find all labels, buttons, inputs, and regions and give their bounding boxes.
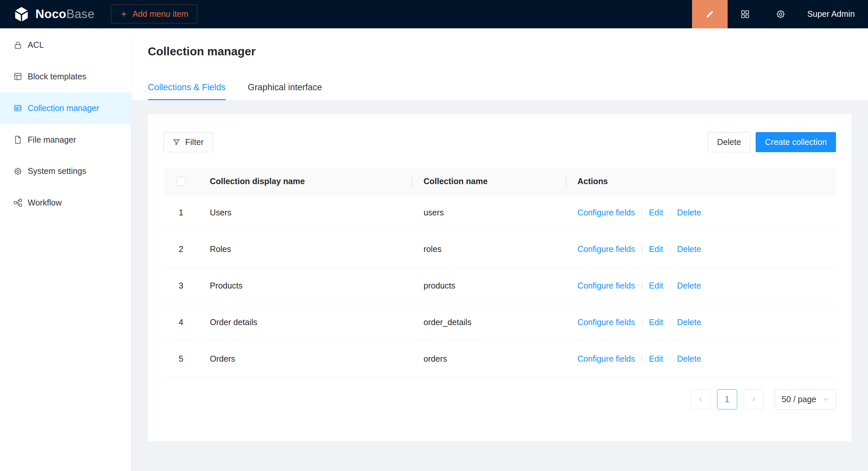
- action-divider: [642, 282, 642, 290]
- configure-fields-link[interactable]: Configure fields: [577, 317, 635, 327]
- row-index: 2: [163, 244, 199, 254]
- table-row: 5 Orders orders Configure fields Edit De…: [163, 341, 836, 377]
- edit-link[interactable]: Edit: [649, 317, 663, 327]
- page-size-value: 50 / page: [782, 395, 816, 404]
- select-all-checkbox[interactable]: [177, 177, 186, 186]
- action-divider: [642, 245, 642, 253]
- delete-button[interactable]: Delete: [708, 132, 750, 152]
- delete-link[interactable]: Delete: [677, 208, 701, 217]
- pagination: 1 50 / page: [163, 389, 836, 409]
- filter-button-label: Filter: [185, 137, 204, 147]
- row-index: 1: [163, 208, 199, 217]
- tab-bar: Collections & Fields Graphical interface: [148, 82, 851, 100]
- page-1-button[interactable]: 1: [717, 389, 737, 409]
- page-size-select[interactable]: 50 / page: [775, 389, 836, 409]
- chevron-down-icon: [823, 396, 829, 402]
- configure-fields-link[interactable]: Configure fields: [577, 281, 635, 291]
- user-menu[interactable]: Super Admin: [799, 9, 868, 19]
- edit-link[interactable]: Edit: [649, 244, 663, 254]
- sidebar-item-collection-manager[interactable]: Collection manager: [0, 93, 131, 124]
- table-toolbar: Filter Delete Create collection: [163, 132, 836, 152]
- row-index: 3: [163, 281, 199, 291]
- sidebar-item-block-templates[interactable]: Block templates: [0, 61, 131, 93]
- edit-link[interactable]: Edit: [649, 208, 663, 217]
- gear-icon: [775, 9, 786, 20]
- delete-link[interactable]: Delete: [677, 281, 701, 291]
- row-index: 4: [163, 317, 199, 327]
- plugins-button[interactable]: [727, 0, 763, 28]
- edit-link[interactable]: Edit: [649, 281, 663, 291]
- logo-text-bold: Noco: [36, 7, 67, 21]
- filter-funnel-icon: [172, 138, 181, 146]
- gear-icon: [13, 167, 23, 176]
- next-page-button[interactable]: [744, 389, 764, 409]
- page-title: Collection manager: [148, 45, 851, 58]
- action-divider: [670, 355, 671, 363]
- table-row: 1 Users users Configure fields Edit Dele…: [163, 195, 836, 231]
- configure-fields-link[interactable]: Configure fields: [577, 208, 635, 217]
- add-menu-item-button[interactable]: Add menu item: [111, 5, 197, 23]
- delete-link[interactable]: Delete: [677, 244, 701, 254]
- row-display-name: Roles: [199, 244, 412, 254]
- header-actions: Super Admin: [692, 0, 868, 28]
- action-divider: [670, 282, 671, 290]
- prev-page-button[interactable]: [691, 389, 711, 409]
- nocobase-logo-icon: [13, 6, 30, 23]
- create-collection-button[interactable]: Create collection: [756, 132, 836, 152]
- lock-icon: [13, 40, 23, 50]
- sidebar-item-label: System settings: [28, 166, 86, 176]
- collections-card: Filter Delete Create collection Collecti…: [148, 114, 851, 441]
- action-divider: [642, 355, 642, 363]
- sidebar-item-acl[interactable]: ACL: [0, 29, 131, 61]
- action-divider: [670, 209, 671, 217]
- sidebar-item-label: ACL: [28, 40, 44, 50]
- table-icon: [13, 103, 23, 113]
- ui-editor-button[interactable]: [692, 0, 727, 28]
- content-area: Filter Delete Create collection Collecti…: [131, 100, 868, 471]
- action-divider: [642, 209, 642, 217]
- sidebar-item-file-manager[interactable]: File manager: [0, 124, 131, 156]
- sidebar-item-workflow[interactable]: Workflow: [0, 187, 131, 219]
- configure-fields-link[interactable]: Configure fields: [577, 244, 635, 254]
- workflow-icon: [13, 198, 23, 207]
- row-display-name: Users: [199, 208, 412, 217]
- settings-sidebar: ACL Block templates Collection manager: [0, 28, 131, 471]
- row-collection-name: products: [412, 281, 566, 291]
- action-divider: [670, 318, 671, 327]
- column-header-display-name: Collection display name: [199, 176, 412, 186]
- sidebar-item-label: File manager: [28, 135, 76, 144]
- delete-link[interactable]: Delete: [677, 317, 701, 327]
- table-row: 3 Products products Configure fields Edi…: [163, 268, 836, 304]
- page-header: Collection manager Collections & Fields …: [131, 28, 868, 100]
- settings-button[interactable]: [763, 0, 799, 28]
- row-collection-name: users: [412, 208, 566, 217]
- sidebar-item-label: Collection manager: [28, 103, 99, 113]
- app-root: NocoBase Add menu item: [0, 0, 868, 471]
- tab-graphical-interface[interactable]: Graphical interface: [248, 82, 322, 100]
- configure-fields-link[interactable]: Configure fields: [577, 354, 635, 364]
- row-display-name: Products: [199, 281, 412, 291]
- row-display-name: Order details: [199, 317, 412, 327]
- table-header-row: Collection display name Collection name …: [163, 168, 836, 195]
- logo[interactable]: NocoBase: [13, 6, 95, 23]
- highlighter-icon: [705, 9, 715, 19]
- column-header-actions: Actions: [566, 176, 836, 186]
- row-collection-name: roles: [412, 244, 566, 254]
- filter-button[interactable]: Filter: [163, 132, 213, 152]
- grid-icon: [740, 9, 750, 19]
- table-row: 2 Roles roles Configure fields Edit Dele…: [163, 231, 836, 268]
- delete-button-label: Delete: [717, 137, 741, 147]
- delete-link[interactable]: Delete: [677, 354, 701, 364]
- row-collection-name: orders: [412, 354, 566, 364]
- edit-link[interactable]: Edit: [649, 354, 663, 364]
- plus-icon: [120, 10, 127, 18]
- sidebar-item-system-settings[interactable]: System settings: [0, 156, 131, 187]
- logo-text: NocoBase: [36, 7, 95, 21]
- collections-table: Collection display name Collection name …: [163, 168, 836, 377]
- add-menu-item-label: Add menu item: [132, 9, 188, 19]
- main-area: Collection manager Collections & Fields …: [131, 28, 868, 471]
- file-icon: [13, 135, 23, 144]
- tab-collections-and-fields[interactable]: Collections & Fields: [148, 82, 226, 100]
- action-divider: [642, 318, 642, 327]
- sidebar-item-label: Workflow: [28, 198, 62, 207]
